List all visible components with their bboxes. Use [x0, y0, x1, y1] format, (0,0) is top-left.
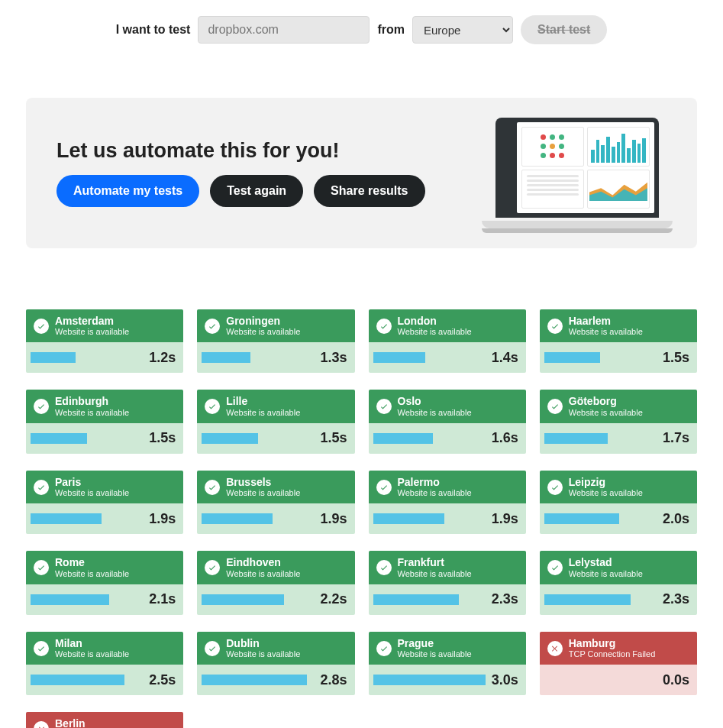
check-circle-icon: [34, 480, 49, 495]
result-titles: ParisWebsite is available: [55, 477, 129, 497]
result-card[interactable]: RomeWebsite is available2.1s: [26, 551, 183, 614]
result-card[interactable]: LilleWebsite is available1.5s: [197, 390, 354, 453]
check-circle-icon: [376, 480, 392, 495]
result-city: Lelystad: [569, 557, 643, 568]
label-i-want-to-test: I want to test: [116, 23, 191, 37]
result-time: 2.5s: [149, 672, 176, 688]
result-bar: [202, 594, 314, 605]
result-card[interactable]: MilanWebsite is available2.5s: [26, 632, 183, 695]
result-card[interactable]: FrankfurtWebsite is available2.3s: [369, 551, 526, 614]
result-bar: [373, 352, 486, 363]
automate-my-tests-button[interactable]: Automate my tests: [56, 175, 199, 207]
result-status: Website is available: [398, 649, 472, 658]
check-circle-icon: [205, 319, 220, 334]
result-card[interactable]: BerlinTCP Connection Failed0.0s: [26, 712, 183, 728]
region-select[interactable]: Europe: [412, 16, 513, 44]
result-card[interactable]: DublinWebsite is available2.8s: [197, 632, 354, 695]
result-status: Website is available: [569, 327, 643, 336]
result-bar: [373, 433, 486, 444]
result-bar: [31, 352, 143, 363]
result-time: 2.0s: [663, 511, 689, 527]
result-bar: [31, 513, 143, 524]
start-test-button: Start test: [521, 15, 607, 44]
check-circle-icon: [547, 560, 563, 575]
automate-promo-panel: Let us automate this for you! Automate m…: [26, 98, 697, 248]
result-card-body: 1.2s: [26, 342, 183, 373]
result-card[interactable]: LeipzigWebsite is available2.0s: [540, 471, 697, 534]
result-bar: [31, 594, 143, 605]
result-card[interactable]: BrusselsWebsite is available1.9s: [197, 471, 354, 534]
result-city: Groningen: [226, 315, 300, 327]
result-card-body: 3.0s: [369, 665, 526, 695]
result-card[interactable]: ParisWebsite is available1.9s: [26, 471, 183, 534]
result-city: Göteborg: [569, 396, 643, 407]
result-status: Website is available: [226, 569, 300, 578]
result-card-body: 2.2s: [197, 584, 354, 615]
result-time: 1.6s: [492, 430, 518, 446]
result-city: Milan: [55, 638, 129, 649]
laptop-illustration: [482, 118, 673, 228]
result-time: 2.1s: [149, 591, 176, 607]
result-card-body: 0.0s: [540, 665, 697, 695]
result-time: 0.0s: [663, 672, 689, 688]
error-circle-icon: [34, 721, 49, 728]
result-bar: [544, 675, 657, 685]
result-card-body: 1.7s: [540, 423, 697, 454]
result-city: Paris: [55, 477, 129, 488]
result-time: 1.2s: [149, 350, 176, 366]
result-card[interactable]: PalermoWebsite is available1.9s: [369, 471, 526, 534]
result-card-header: LilleWebsite is available: [197, 390, 354, 422]
result-card[interactable]: EdinburghWebsite is available1.5s: [26, 390, 183, 453]
result-bar: [202, 513, 314, 524]
result-card-body: 2.0s: [540, 503, 697, 534]
result-card[interactable]: HaarlemWebsite is available1.5s: [540, 309, 697, 373]
result-bar: [373, 513, 486, 524]
url-input[interactable]: [198, 16, 370, 44]
result-card[interactable]: EindhovenWebsite is available2.2s: [197, 551, 354, 614]
result-card[interactable]: AmsterdamWebsite is available1.2s: [26, 309, 183, 373]
test-again-button[interactable]: Test again: [210, 175, 303, 207]
result-status: TCP Connection Failed: [569, 649, 656, 658]
result-city: Amsterdam: [55, 315, 129, 327]
result-card[interactable]: LondonWebsite is available1.4s: [369, 309, 526, 373]
result-city: Dublin: [226, 638, 300, 649]
result-titles: GöteborgWebsite is available: [569, 396, 643, 416]
check-circle-icon: [547, 319, 563, 334]
result-card-body: 1.6s: [369, 423, 526, 454]
result-bar: [202, 433, 314, 444]
result-time: 2.3s: [663, 591, 689, 607]
result-card[interactable]: GroningenWebsite is available1.3s: [197, 309, 354, 373]
check-circle-icon: [34, 560, 49, 575]
result-card-header: FrankfurtWebsite is available: [369, 551, 526, 584]
result-titles: EdinburghWebsite is available: [55, 396, 129, 416]
result-card-header: MilanWebsite is available: [26, 632, 183, 665]
result-status: Website is available: [55, 327, 129, 336]
result-titles: BrusselsWebsite is available: [226, 477, 300, 497]
result-time: 1.9s: [492, 511, 518, 527]
result-city: Frankfurt: [398, 557, 472, 568]
result-titles: GroningenWebsite is available: [226, 315, 300, 336]
result-card-header: HaarlemWebsite is available: [540, 309, 697, 342]
result-status: Website is available: [226, 649, 300, 658]
result-card[interactable]: PragueWebsite is available3.0s: [369, 632, 526, 695]
result-titles: LilleWebsite is available: [226, 396, 300, 416]
result-card[interactable]: HamburgTCP Connection Failed0.0s: [540, 632, 697, 695]
check-circle-icon: [205, 641, 220, 656]
result-card-header: ParisWebsite is available: [26, 471, 183, 503]
result-time: 1.5s: [663, 350, 689, 366]
check-circle-icon: [34, 319, 49, 334]
result-card-body: 2.5s: [26, 665, 183, 695]
share-results-button[interactable]: Share results: [314, 175, 424, 207]
result-card[interactable]: GöteborgWebsite is available1.7s: [540, 390, 697, 453]
result-card-header: BrusselsWebsite is available: [197, 471, 354, 503]
check-circle-icon: [34, 641, 49, 656]
result-city: Brussels: [226, 477, 300, 488]
results-grid: AmsterdamWebsite is available1.2sGroning…: [26, 309, 697, 728]
result-card-header: HamburgTCP Connection Failed: [540, 632, 697, 665]
result-city: Prague: [398, 638, 472, 649]
check-circle-icon: [376, 319, 392, 334]
result-card[interactable]: LelystadWebsite is available2.3s: [540, 551, 697, 614]
result-card[interactable]: OsloWebsite is available1.6s: [369, 390, 526, 453]
result-time: 1.9s: [149, 511, 176, 527]
result-card-header: LelystadWebsite is available: [540, 551, 697, 584]
